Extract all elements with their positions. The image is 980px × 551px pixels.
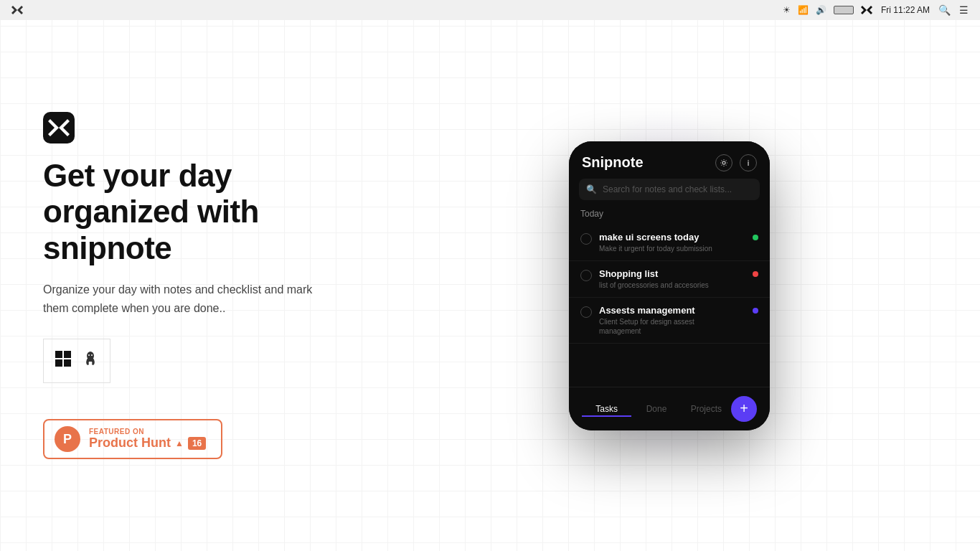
- task-checkbox-1[interactable]: [580, 233, 592, 245]
- settings-icon[interactable]: [715, 154, 732, 171]
- add-task-button[interactable]: +: [731, 396, 757, 422]
- task-dot-3: [753, 308, 758, 314]
- app-header: Snipnote i: [569, 141, 770, 179]
- search-placeholder-text: Search for notes and check lists...: [603, 184, 732, 194]
- right-panel: Snipnote i: [359, 20, 980, 551]
- ph-featured-on: FEATURED ON: [89, 428, 206, 435]
- product-hunt-badge[interactable]: P FEATURED ON Product Hunt ▲ 16: [43, 419, 222, 459]
- task-item: make ui screens today Make it urgent for…: [569, 225, 770, 261]
- svg-rect-2: [64, 351, 71, 358]
- tab-projects[interactable]: Projects: [682, 401, 731, 417]
- brightness-icon: ☀: [783, 5, 791, 15]
- platforms-row: [43, 339, 110, 383]
- search-menubar-icon[interactable]: 🔍: [938, 4, 951, 16]
- battery-icon: [834, 6, 854, 14]
- ph-count: 16: [188, 437, 206, 450]
- svg-point-6: [88, 354, 90, 356]
- task-subtitle-3: Client Setup for design assestmanagement: [599, 317, 745, 336]
- headline: Get your day organized with snipnote: [43, 158, 316, 267]
- windows-icon: [55, 351, 71, 371]
- app-tabbar: Tasks Done Projects +: [569, 387, 770, 430]
- app-title: Snipnote: [582, 154, 644, 171]
- menubar-time: Fri 11:22 AM: [881, 5, 930, 15]
- svg-rect-1: [55, 351, 62, 358]
- task-dot-2: [753, 271, 758, 277]
- tab-tasks[interactable]: Tasks: [582, 401, 631, 417]
- svg-rect-3: [55, 359, 62, 367]
- menu-logo-icon: [11, 4, 23, 16]
- svg-point-8: [722, 161, 725, 164]
- main-content: Get your day organized with snipnote Org…: [0, 20, 980, 551]
- app-header-icons: i: [715, 154, 757, 171]
- task-subtitle-2: list of grocessories and accesories: [599, 281, 745, 290]
- subtitle: Organize your day with notes and checkli…: [43, 281, 316, 317]
- volume-icon: 🔊: [816, 5, 826, 15]
- logo: [43, 112, 316, 143]
- ph-upvote-arrow: ▲: [175, 438, 184, 448]
- linux-icon: [83, 351, 98, 371]
- info-icon[interactable]: i: [740, 154, 757, 171]
- logo-icon: [43, 112, 75, 143]
- tab-done[interactable]: Done: [631, 401, 681, 417]
- ph-logo: P: [55, 426, 80, 452]
- headline-line1: Get your day: [43, 158, 232, 193]
- task-dot-1: [753, 235, 758, 240]
- task-title-1: make ui screens today: [599, 232, 745, 242]
- menu-bar: ☀ 📶 🔊 Fri 11:22 AM 🔍 ☰: [0, 0, 980, 20]
- task-item: Shopping list list of grocessories and a…: [569, 261, 770, 298]
- task-content-3: Assests management Client Setup for desi…: [599, 305, 745, 336]
- svg-rect-4: [64, 359, 71, 367]
- section-today-label: Today: [569, 209, 770, 225]
- left-panel: Get your day organized with snipnote Org…: [0, 20, 359, 551]
- task-checkbox-2[interactable]: [580, 270, 592, 281]
- search-icon: 🔍: [586, 184, 597, 194]
- ph-name: Product Hunt: [89, 435, 171, 451]
- task-title-3: Assests management: [599, 305, 745, 316]
- wifi-icon: 📶: [798, 5, 809, 15]
- task-subtitle-1: Make it urgent for today submission: [599, 244, 745, 253]
- ph-text: FEATURED ON Product Hunt ▲ 16: [89, 428, 206, 451]
- task-content-2: Shopping list list of grocessories and a…: [599, 268, 745, 290]
- task-checkbox-3[interactable]: [580, 306, 592, 318]
- phone-screen: Snipnote i: [569, 141, 770, 430]
- ph-logo-letter: P: [63, 432, 72, 447]
- menubar-system-icons: ☀ 📶 🔊: [783, 4, 872, 16]
- task-title-2: Shopping list: [599, 268, 745, 279]
- task-content-1: make ui screens today Make it urgent for…: [599, 232, 745, 253]
- svg-point-7: [91, 354, 93, 356]
- ph-name-row: Product Hunt ▲ 16: [89, 435, 206, 451]
- app-menubar-icon: [861, 4, 872, 16]
- menu-list-icon[interactable]: ☰: [959, 4, 969, 16]
- task-item: Assests management Client Setup for desi…: [569, 298, 770, 344]
- headline-line2: organized with snipnote: [43, 194, 259, 265]
- phone-mockup: Snipnote i: [569, 141, 770, 430]
- app-search[interactable]: 🔍 Search for notes and check lists...: [579, 179, 760, 200]
